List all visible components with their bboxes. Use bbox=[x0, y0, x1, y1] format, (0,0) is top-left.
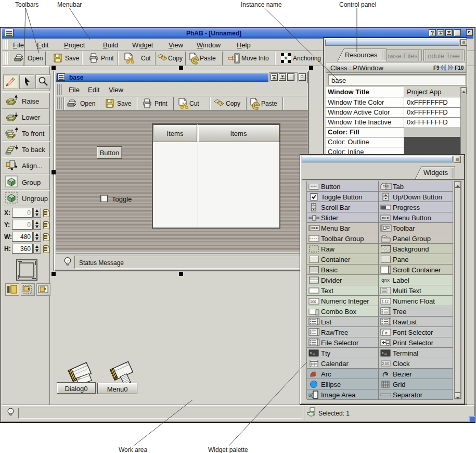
svg-text:100: 100 bbox=[310, 300, 316, 304]
svg-text:a: a bbox=[385, 331, 388, 335]
svg-text:2:00: 2:00 bbox=[382, 362, 389, 366]
svg-text:FILE: FILE bbox=[382, 217, 389, 220]
svg-text:TAB: TAB bbox=[383, 185, 389, 188]
svg-text:qnx: qnx bbox=[381, 278, 390, 283]
svg-text:FILE: FILE bbox=[312, 227, 318, 230]
svg-text:1.12: 1.12 bbox=[381, 299, 389, 303]
svg-text:0{: 0{ bbox=[308, 393, 313, 398]
